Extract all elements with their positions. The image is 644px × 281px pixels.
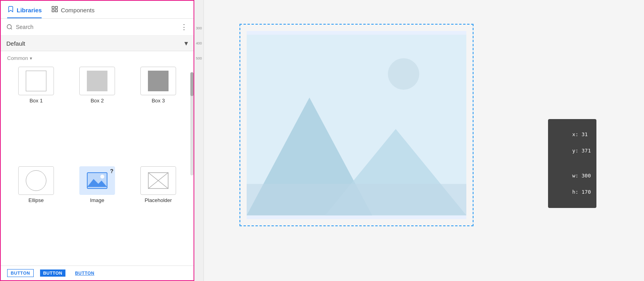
section-label[interactable]: Common ▾ <box>1 51 194 64</box>
scrollbar[interactable] <box>190 72 194 175</box>
main-canvas: 300 400 500 <box>194 0 644 281</box>
item-image[interactable]: ? Image <box>68 166 126 263</box>
section-chevron-icon: ▾ <box>30 56 32 61</box>
svg-point-9 <box>100 175 104 179</box>
svg-point-14 <box>388 58 419 90</box>
box2-shape <box>87 71 107 91</box>
coords-tooltip: x: 31 y: 371 w: 300 h: 170 <box>548 119 596 208</box>
search-row: ⋮ <box>1 19 194 36</box>
coord-x: x: 31 <box>572 131 588 137</box>
canvas-area[interactable]: x: 31 y: 371 w: 300 h: 170 <box>204 0 644 281</box>
placeholder-icon <box>148 172 169 189</box>
image-frame-inner <box>247 31 466 219</box>
item-box2[interactable]: Box 2 <box>68 67 126 163</box>
image-frame-outer[interactable] <box>240 24 473 226</box>
placeholder-label: Placeholder <box>145 197 172 203</box>
section-label-text: Common <box>7 55 28 61</box>
search-input[interactable] <box>16 24 177 30</box>
svg-rect-2 <box>52 10 54 12</box>
ruler-mark-500: 500 <box>196 56 202 71</box>
button-filled[interactable]: BUTTON <box>40 269 66 277</box>
item-box3[interactable]: Box 3 <box>129 67 187 163</box>
box2-label: Box 2 <box>90 98 104 104</box>
dropdown-row: Default ▾ <box>1 36 194 51</box>
box1-shape <box>26 71 46 91</box>
button-text[interactable]: BUTTON <box>72 269 98 277</box>
items-grid: Box 1 Box 2 Box 3 Ellipse ? <box>1 64 194 266</box>
left-panel: Libraries Components ⋮ Default ▾ <box>0 0 194 281</box>
chevron-down-icon: ▾ <box>184 39 188 48</box>
search-icon <box>6 24 13 30</box>
coord-y-spacer <box>572 140 585 146</box>
coord-w: w: 300 <box>572 173 591 179</box>
button-outlined[interactable]: BUTTON <box>7 269 34 277</box>
ellipse-preview <box>18 166 54 195</box>
ellipse-label: Ellipse <box>29 197 44 203</box>
box3-label: Box 3 <box>151 98 165 104</box>
placeholder-preview <box>140 166 176 195</box>
ruler-mark-300: 300 <box>196 25 202 40</box>
coord-y: y: 371 <box>572 148 591 154</box>
box1-preview <box>18 67 54 95</box>
image-label: Image <box>90 197 104 203</box>
box3-shape <box>148 71 169 91</box>
svg-rect-17 <box>247 184 466 215</box>
dropdown-selector[interactable]: Default ▾ <box>6 39 188 48</box>
item-box1[interactable]: Box 1 <box>7 67 65 163</box>
scrollbar-thumb[interactable] <box>190 72 194 96</box>
svg-rect-3 <box>56 10 58 12</box>
ruler-vertical: 300 400 500 <box>194 0 204 281</box>
image-icon <box>86 172 108 189</box>
tabs-row: Libraries Components <box>1 1 194 19</box>
question-badge: ? <box>110 168 113 174</box>
item-placeholder[interactable]: Placeholder <box>129 166 187 263</box>
tab-components[interactable]: Components <box>51 6 94 18</box>
box1-label: Box 1 <box>29 98 42 104</box>
ruler-mark-400: 400 <box>196 40 202 56</box>
svg-line-5 <box>11 28 12 29</box>
svg-rect-1 <box>56 6 58 8</box>
box3-preview <box>140 67 176 95</box>
tab-libraries-label: Libraries <box>17 7 42 13</box>
libraries-icon <box>7 6 14 14</box>
mountain-scene <box>247 31 466 219</box>
coord-h: h: 170 <box>572 189 591 195</box>
ellipse-shape <box>26 170 46 191</box>
tab-components-label: Components <box>61 7 94 13</box>
tab-libraries[interactable]: Libraries <box>7 6 42 18</box>
coord-h-spacer <box>572 181 575 187</box>
svg-rect-0 <box>52 6 54 8</box>
svg-point-4 <box>7 25 12 29</box>
box2-preview <box>79 67 115 95</box>
image-preview: ? <box>79 166 115 195</box>
dropdown-label: Default <box>6 40 25 47</box>
more-options-icon[interactable]: ⋮ <box>180 23 188 31</box>
bottom-buttons: BUTTON BUTTON BUTTON <box>1 266 194 280</box>
item-ellipse[interactable]: Ellipse <box>7 166 65 263</box>
components-icon <box>51 6 58 14</box>
